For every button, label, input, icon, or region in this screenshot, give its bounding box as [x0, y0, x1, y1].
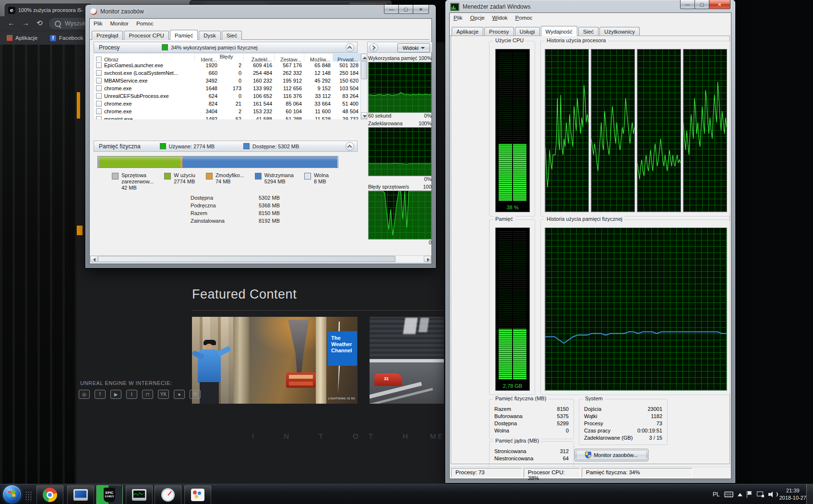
menu-item[interactable]: Opcje — [470, 15, 485, 21]
tm-maximize-button[interactable]: ▢ — [694, 0, 709, 9]
taskbar-task-manager-button[interactable] — [126, 485, 153, 504]
tm-tabs: AplikacjeProcesyUsługiWydajnośćSiećUżytk… — [450, 24, 729, 36]
physical-memory-section-header[interactable]: Pamięć fizyczna Używane: 2774 MB Dostępn… — [94, 141, 358, 152]
row-checkbox[interactable] — [96, 108, 102, 114]
process-row[interactable]: EpicGamesLauncher.exe 19202609 416 567 1… — [94, 61, 361, 69]
process-row[interactable]: chrome.exe 1648173133 992 112 6569 15210… — [94, 84, 361, 92]
processes-section-header[interactable]: Procesy 34% wykorzystanej pamięci fizycz… — [94, 42, 358, 53]
scrollbar-thumb[interactable] — [98, 256, 395, 262]
cpu-history-graph-2 — [591, 49, 635, 212]
row-checkbox[interactable] — [96, 62, 102, 68]
menu-item[interactable]: Monitor — [110, 21, 129, 26]
tab[interactable]: Pamięć — [170, 30, 198, 40]
menu-item[interactable]: Widok — [492, 15, 508, 21]
views-button[interactable]: Widoki — [397, 43, 430, 52]
open-resource-monitor-button[interactable]: Monitor zasobów... — [574, 449, 648, 461]
process-table-clipped-row: mspaint.exe 1492 52 41 588 51 288 11 528… — [94, 115, 361, 120]
used-memory-graph — [368, 62, 431, 113]
taskbar-paint-button[interactable] — [184, 485, 211, 504]
row-checkbox[interactable] — [96, 93, 102, 99]
rm-horizontal-scrollbar[interactable] — [90, 255, 431, 263]
tab[interactable]: Usługi — [515, 27, 540, 36]
process-row[interactable]: UnrealCEFSubProcess.exe 6240106 652 116 … — [94, 92, 361, 100]
rm-close-button[interactable]: ✕ — [413, 5, 429, 14]
taskbar-chrome-button[interactable] — [36, 485, 63, 504]
row-checkbox[interactable] — [96, 101, 102, 107]
taskbar-resource-monitor-button[interactable] — [155, 485, 181, 504]
forward-icon[interactable]: → — [22, 19, 29, 27]
scrollbar-thumb[interactable] — [361, 61, 367, 79]
row-checkbox[interactable] — [96, 70, 102, 76]
clock-time: 21:39 — [779, 487, 806, 494]
twitter-icon[interactable]: t — [126, 390, 137, 399]
youtube-icon[interactable]: ▶ — [110, 390, 121, 399]
card-caption: LIGHTNING IS 5X — [328, 397, 355, 400]
memory-stats: Dostępna5302 MB Podręczna5368 MB Razem81… — [191, 195, 280, 226]
tab[interactable]: Procesor CPU — [124, 31, 169, 40]
featured-card-racing[interactable]: 31 — [370, 317, 444, 404]
tab[interactable]: Sieć — [222, 31, 242, 40]
process-row[interactable]: MBAMService.exe 34920160 232 195 91245 2… — [94, 77, 361, 84]
taskbar-epic-games-button[interactable]: EPIC GAMES — [96, 485, 123, 504]
firetruck-art — [286, 372, 316, 388]
menu-item[interactable]: Plik — [454, 15, 463, 21]
tab[interactable]: Przegląd — [92, 31, 123, 40]
search-placeholder: Wyszuk — [65, 20, 86, 27]
yk-icon[interactable]: YK — [158, 390, 169, 399]
menu-item[interactable]: Pomoc — [515, 15, 533, 21]
expand-panel-button[interactable] — [370, 43, 378, 52]
nav-active-marker — [77, 92, 80, 119]
tab[interactable]: Wydajność — [541, 26, 577, 36]
process-row[interactable]: chrome.exe 82421161 544 85 06433 66451 4… — [94, 100, 361, 108]
language-indicator[interactable]: PL — [713, 491, 720, 498]
vk-icon[interactable]: ● — [174, 390, 185, 399]
process-row[interactable]: chrome.exe 34042153 232 60 10411 60048 5… — [94, 108, 361, 115]
n-icon[interactable]: N — [190, 390, 201, 399]
process-row[interactable]: svchost.exe (LocalSystemNet... 6600254 4… — [94, 69, 361, 77]
process-table-scrollbar[interactable] — [360, 53, 368, 120]
tm-close-button[interactable]: ✕ — [709, 0, 730, 9]
bookmark-apps[interactable]: Aplikacje — [7, 35, 37, 41]
rm-minimize-button[interactable]: — — [384, 5, 399, 14]
browser-tab[interactable]: e 100% zużycia procesora i5- — [4, 3, 93, 17]
tab[interactable]: Aplikacje — [452, 27, 483, 36]
taskbar-clock[interactable]: 21:39 2018-10-27 — [779, 487, 806, 502]
collapse-processes-button[interactable] — [346, 43, 354, 52]
cpu-usage-gauge: 38 % — [495, 49, 530, 212]
resource-monitor-icon — [161, 488, 175, 502]
action-center-flag-icon[interactable] — [747, 491, 753, 498]
rm-titlebar[interactable]: Monitor zasobów — [85, 5, 436, 18]
show-desktop-button[interactable] — [806, 484, 813, 504]
row-checkbox[interactable] — [96, 85, 102, 91]
back-icon[interactable]: ← — [8, 19, 15, 27]
show-hidden-icons-button[interactable] — [738, 493, 742, 496]
rm-menubar: PlikMonitorPomoc — [90, 20, 154, 27]
twitch-icon[interactable]: ⊓ — [142, 390, 153, 399]
tab[interactable]: Dysk — [199, 31, 221, 40]
epic-games-icon: EPIC GAMES — [104, 488, 115, 502]
network-icon[interactable] — [757, 492, 764, 497]
tab[interactable]: Procesy — [484, 27, 514, 36]
start-button[interactable] — [3, 485, 21, 504]
featured-card-weather[interactable]: The Weather Channel LIGHTNING IS 5X — [192, 317, 358, 404]
volume-icon[interactable] — [768, 491, 775, 498]
keyboard-icon[interactable] — [724, 492, 733, 497]
tm-menubar: PlikOpcjeWidokPomoc — [450, 14, 532, 22]
instagram-icon[interactable]: ◎ — [79, 390, 90, 399]
rm-maximize-button[interactable]: ▢ — [398, 5, 413, 14]
membar-segment-in-use — [99, 156, 180, 168]
info-row: Buforowana5375 — [494, 413, 569, 420]
bookmark-facebook[interactable]: f Facebook — [50, 35, 84, 41]
menu-item[interactable]: Pomoc — [136, 21, 154, 26]
available-legend-icon — [243, 143, 250, 149]
reload-icon[interactable]: ⟲ — [36, 19, 43, 27]
collapse-memory-button[interactable] — [346, 142, 354, 151]
tm-minimize-button[interactable]: — — [680, 0, 695, 9]
tab[interactable]: Sieć — [578, 27, 598, 36]
row-checkbox[interactable] — [96, 78, 102, 84]
taskbar-display-button[interactable] — [67, 485, 94, 504]
facebook-icon[interactable]: f — [95, 390, 106, 399]
process-row[interactable]: mspaint.exe 1492 52 41 588 51 288 11 528… — [94, 115, 361, 120]
tab[interactable]: Użytkownicy — [599, 27, 640, 36]
menu-item[interactable]: Plik — [94, 21, 103, 26]
